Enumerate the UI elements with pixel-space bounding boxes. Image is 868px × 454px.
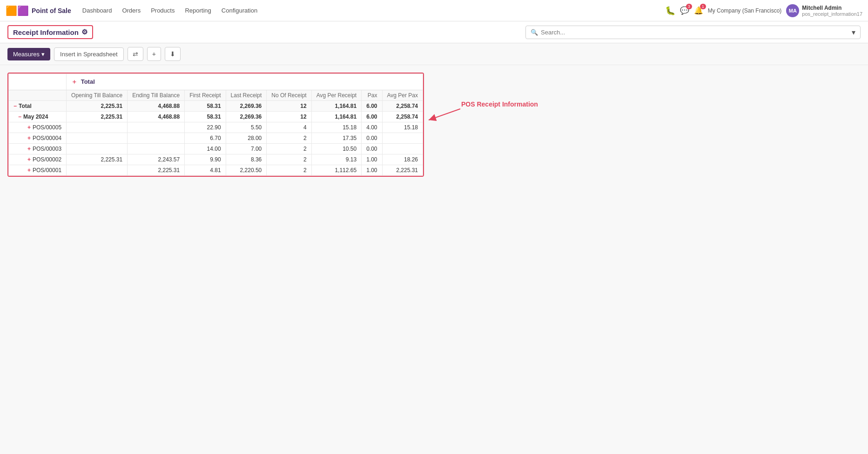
row-value: 58.31 — [185, 101, 226, 112]
row-value: 2 — [267, 144, 311, 154]
annotation-label: POS Receipt Information — [461, 100, 538, 108]
row-value: 2,225.31 — [128, 165, 185, 176]
collapse-icon[interactable]: − — [18, 114, 21, 120]
row-value — [382, 144, 423, 154]
nav-orders[interactable]: Orders — [117, 4, 145, 17]
toolbar: Measures ▾ Insert in Spreadsheet ⇄ + ⬇ — [0, 43, 868, 65]
row-value: 6.00 — [362, 112, 382, 122]
download-button[interactable]: ⬇ — [165, 47, 181, 61]
search-dropdown-button[interactable]: ▾ — [852, 28, 855, 37]
company-name: My Company (San Francisco) — [708, 7, 782, 14]
chat-icon[interactable]: 💬3 — [680, 6, 689, 15]
row-value: 15.18 — [311, 122, 362, 133]
search-icon: 🔍 — [531, 29, 538, 36]
expand-icon[interactable]: + — [27, 124, 31, 131]
row-value: 2,225.31 — [382, 165, 423, 176]
row-label[interactable]: +POS/00005 — [9, 122, 67, 133]
search-input[interactable] — [541, 29, 849, 36]
row-value: 1.00 — [362, 154, 382, 165]
filter-button[interactable]: ⇄ — [128, 47, 143, 61]
row-value: 2,225.31 — [67, 112, 128, 122]
bug-icon[interactable]: 🐛 — [665, 6, 675, 16]
row-value: 4,468.88 — [128, 112, 185, 122]
expand-icon[interactable]: + — [27, 146, 31, 152]
row-value: 2,243.57 — [128, 154, 185, 165]
top-navigation: 🟧🟪 Point of Sale Dashboard Orders Produc… — [0, 0, 868, 21]
user-sub: pos_receipt_information17 — [802, 11, 862, 17]
table-row: +POS/000022,225.312,243.579.908.3629.131… — [9, 154, 423, 165]
group-header-total: ＋ Total — [67, 74, 423, 90]
download-icon: ⬇ — [170, 50, 175, 58]
nav-products[interactable]: Products — [146, 4, 179, 17]
row-label[interactable]: +POS/00002 — [9, 154, 67, 165]
table-row: +POS/000046.7028.00217.350.00 — [9, 133, 423, 144]
expand-icon[interactable]: + — [27, 135, 31, 141]
collapse-icon[interactable]: − — [13, 103, 17, 109]
row-value: 10.50 — [311, 144, 362, 154]
user-name: Mitchell Admin — [802, 5, 862, 11]
alert-icon[interactable]: 🔔1 — [694, 6, 703, 15]
row-value: 28.00 — [226, 133, 267, 144]
row-value: 2,225.31 — [67, 101, 128, 112]
table-row: +POS/0000314.007.00210.500.00 — [9, 144, 423, 154]
row-value: 4 — [267, 122, 311, 133]
app-logo[interactable]: 🟧🟪 Point of Sale — [6, 5, 71, 16]
measures-chevron-icon: ▾ — [41, 51, 45, 58]
nav-configuration[interactable]: Configuration — [217, 4, 262, 17]
nav-dashboard[interactable]: Dashboard — [78, 4, 117, 17]
row-label[interactable]: +POS/00001 — [9, 165, 67, 176]
row-value: 2,220.50 — [226, 165, 267, 176]
row-value: 4,468.88 — [128, 101, 185, 112]
avatar: MA — [786, 4, 799, 17]
add-button[interactable]: + — [147, 47, 161, 61]
row-value — [67, 133, 128, 144]
col-header-label — [9, 90, 67, 101]
expand-icon[interactable]: + — [27, 156, 31, 163]
chat-badge: 3 — [686, 4, 692, 9]
row-value: 2 — [267, 165, 311, 176]
row-value: 4.81 — [185, 165, 226, 176]
expand-icon[interactable]: + — [27, 167, 31, 174]
row-value: 12 — [267, 101, 311, 112]
nav-reporting[interactable]: Reporting — [180, 4, 215, 17]
row-label[interactable]: +POS/00004 — [9, 133, 67, 144]
group-header-label: Total — [81, 78, 95, 85]
user-menu[interactable]: MA Mitchell Admin pos_receipt_informatio… — [786, 4, 862, 17]
row-value: 2 — [267, 133, 311, 144]
col-header-first: First Receipt — [185, 90, 226, 101]
top-menu: Dashboard Orders Products Reporting Conf… — [78, 4, 663, 17]
row-value — [67, 165, 128, 176]
filter-icon: ⇄ — [133, 50, 138, 58]
topnav-right: 🐛 💬3 🔔1 My Company (San Francisco) MA Mi… — [665, 4, 862, 17]
table-row: −Total2,225.314,468.8858.312,269.36121,1… — [9, 101, 423, 112]
row-value: 6.00 — [362, 101, 382, 112]
row-value: 15.18 — [382, 122, 423, 133]
insert-label: Insert in Spreadsheet — [60, 51, 118, 58]
row-label: −May 2024 — [9, 112, 67, 122]
table-row: +POS/000012,225.314.812,220.5021,112.651… — [9, 165, 423, 176]
annotation-area: POS Receipt Information — [461, 100, 538, 108]
user-info: Mitchell Admin pos_receipt_information17 — [802, 5, 862, 17]
row-value: 5.50 — [226, 122, 267, 133]
row-value: 7.00 — [226, 144, 267, 154]
measures-label: Measures — [13, 51, 40, 58]
row-label[interactable]: +POS/00003 — [9, 144, 67, 154]
content-row: ＋ Total Opening Till Balance Ending Till… — [7, 73, 861, 177]
expand-total-icon[interactable]: ＋ — [71, 78, 77, 85]
search-box[interactable]: 🔍 ▾ — [525, 26, 861, 39]
table-body: −Total2,225.314,468.8858.312,269.36121,1… — [9, 101, 423, 176]
row-value: 1,164.81 — [311, 101, 362, 112]
insert-spreadsheet-button[interactable]: Insert in Spreadsheet — [54, 47, 124, 61]
table-column-headers: Opening Till Balance Ending Till Balance… — [9, 90, 423, 101]
row-value: 8.36 — [226, 154, 267, 165]
gear-icon[interactable]: ⚙ — [81, 28, 87, 36]
row-value: 2,269.36 — [226, 101, 267, 112]
table-row: +POS/0000522.905.50415.184.0015.18 — [9, 122, 423, 133]
plus-icon: + — [152, 50, 156, 58]
col-header-opening: Opening Till Balance — [67, 90, 128, 101]
row-value: 2,269.36 — [226, 112, 267, 122]
col-header-ending: Ending Till Balance — [128, 90, 185, 101]
pivot-table-container: ＋ Total Opening Till Balance Ending Till… — [7, 73, 424, 177]
row-value: 2,258.74 — [382, 112, 423, 122]
measures-button[interactable]: Measures ▾ — [7, 48, 50, 60]
